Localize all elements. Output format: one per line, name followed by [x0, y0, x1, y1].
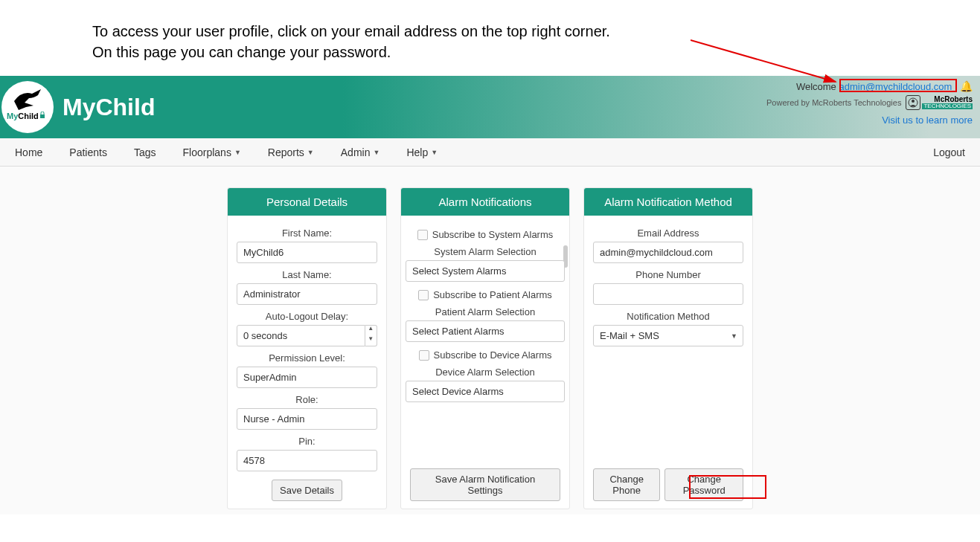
pin-input[interactable] — [237, 450, 377, 471]
app-viewport[interactable]: MyChild MyChild Welcome admin@mychildclo… — [0, 76, 980, 514]
nav-patients[interactable]: Patients — [56, 138, 121, 167]
notification-method-label: Notification Method — [593, 311, 743, 322]
last-name-label: Last Name: — [237, 269, 377, 280]
mcroberts-badge-icon — [906, 95, 920, 110]
mcroberts-bot: TECHNOLOGIES — [922, 103, 973, 109]
pin-label: Pin: — [237, 436, 377, 447]
instruction-line2: On this page you can change your passwor… — [92, 42, 980, 62]
nav-admin[interactable]: Admin▼ — [327, 138, 394, 167]
change-password-button[interactable]: Change Password — [664, 468, 743, 501]
nav-reports[interactable]: Reports▼ — [254, 138, 327, 167]
save-details-button[interactable]: Save Details — [272, 480, 342, 501]
spin-up-icon[interactable]: ▲ — [365, 326, 377, 336]
phone-number-input[interactable] — [593, 283, 743, 305]
role-input[interactable] — [237, 408, 377, 430]
auto-logout-input[interactable] — [237, 325, 365, 346]
panel-personal-details: Personal Details First Name: Last Name: … — [227, 187, 387, 509]
panel-personal-title: Personal Details — [228, 188, 386, 216]
role-label: Role: — [237, 394, 377, 405]
subscribe-patient-checkbox[interactable] — [418, 290, 429, 300]
subscribe-system-label: Subscribe to System Alarms — [432, 229, 554, 240]
annotation-arrow — [691, 37, 847, 89]
welcome-sep: | — [952, 81, 960, 92]
powered-text: Powered by McRoberts Technologies — [766, 98, 901, 107]
auto-logout-stepper[interactable]: ▲▼ — [365, 325, 377, 346]
nav-help[interactable]: Help▼ — [393, 138, 451, 167]
notification-method-select[interactable]: E-Mail + SMS — [593, 325, 743, 346]
user-email-link[interactable]: admin@mychildcloud.com — [839, 81, 952, 92]
svg-rect-0 — [40, 114, 45, 118]
chevron-down-icon: ▼ — [234, 149, 241, 156]
save-alarm-settings-button[interactable]: Save Alarm Notification Settings — [410, 468, 560, 501]
patient-selection-label: Patient Alarm Selection — [406, 306, 565, 317]
email-address-input[interactable] — [593, 242, 743, 263]
perm-label: Permission Level: — [237, 352, 377, 364]
nav-home[interactable]: Home — [1, 138, 56, 167]
subscribe-patient-label: Subscribe to Patient Alarms — [433, 289, 552, 300]
nav-home-label: Home — [15, 146, 42, 158]
mcroberts-logo: McRoberts TECHNOLOGIES — [906, 95, 973, 110]
brand-title: MyChild — [63, 94, 155, 121]
logo-text: MyChild — [7, 112, 46, 120]
spin-down-icon[interactable]: ▼ — [365, 336, 377, 346]
subscribe-device-checkbox[interactable] — [419, 350, 429, 361]
patient-alarm-select[interactable]: Select Patient Alarms — [406, 320, 565, 342]
nav-floorplans-label: Floorplans — [183, 146, 231, 158]
powered-by-line: Powered by McRoberts Technologies McRobe… — [766, 95, 973, 110]
nav-bar: Home Patients Tags Floorplans▼ Reports▼ … — [0, 138, 980, 167]
nav-reports-label: Reports — [268, 146, 304, 158]
nav-tags-label: Tags — [134, 146, 156, 158]
chevron-down-icon: ▼ — [431, 149, 438, 156]
instruction-line1: To access your user profile, click on yo… — [92, 21, 980, 42]
panel-method-title: Alarm Notification Method — [584, 188, 752, 216]
app-logo: MyChild — [1, 81, 54, 133]
phone-number-label: Phone Number — [593, 269, 743, 280]
email-address-label: Email Address — [593, 228, 743, 239]
device-alarm-select[interactable]: Select Device Alarms — [406, 381, 565, 402]
svg-point-2 — [912, 100, 915, 103]
device-selection-label: Device Alarm Selection — [406, 367, 565, 378]
panel-alarm-notifications: Alarm Notifications Subscribe to System … — [400, 187, 570, 509]
nav-floorplans[interactable]: Floorplans▼ — [170, 138, 254, 167]
nav-patients-label: Patients — [69, 146, 107, 158]
chevron-down-icon: ▼ — [307, 149, 314, 156]
visit-link[interactable]: Visit us to learn more — [766, 114, 973, 126]
subscribe-device-label: Subscribe to Device Alarms — [434, 349, 552, 361]
panels-row: Personal Details First Name: Last Name: … — [0, 167, 980, 514]
subscribe-system-checkbox[interactable] — [417, 230, 428, 240]
stork-icon — [11, 88, 47, 113]
last-name-input[interactable] — [237, 283, 377, 305]
perm-input[interactable] — [237, 367, 377, 388]
change-phone-button[interactable]: Change Phone — [593, 468, 660, 501]
nav-help-label: Help — [406, 146, 428, 158]
nav-tags[interactable]: Tags — [121, 138, 170, 167]
first-name-label: First Name: — [237, 228, 377, 239]
auto-logout-label: Auto-Logout Delay: — [237, 311, 377, 322]
panel-notification-method: Alarm Notification Method Email Address … — [583, 187, 753, 509]
lock-icon — [39, 112, 46, 119]
nav-logout-label: Logout — [933, 146, 965, 158]
chevron-down-icon: ▼ — [373, 149, 379, 156]
bell-icon[interactable]: 🔔 — [960, 80, 973, 92]
system-selection-label: System Alarm Selection — [406, 246, 565, 257]
first-name-input[interactable] — [237, 242, 377, 263]
svg-line-3 — [691, 40, 836, 82]
panel-alarm-title: Alarm Notifications — [401, 188, 569, 216]
nav-admin-label: Admin — [341, 146, 371, 158]
nav-logout[interactable]: Logout — [920, 138, 979, 167]
system-alarm-select[interactable]: Select System Alarms — [406, 260, 565, 282]
